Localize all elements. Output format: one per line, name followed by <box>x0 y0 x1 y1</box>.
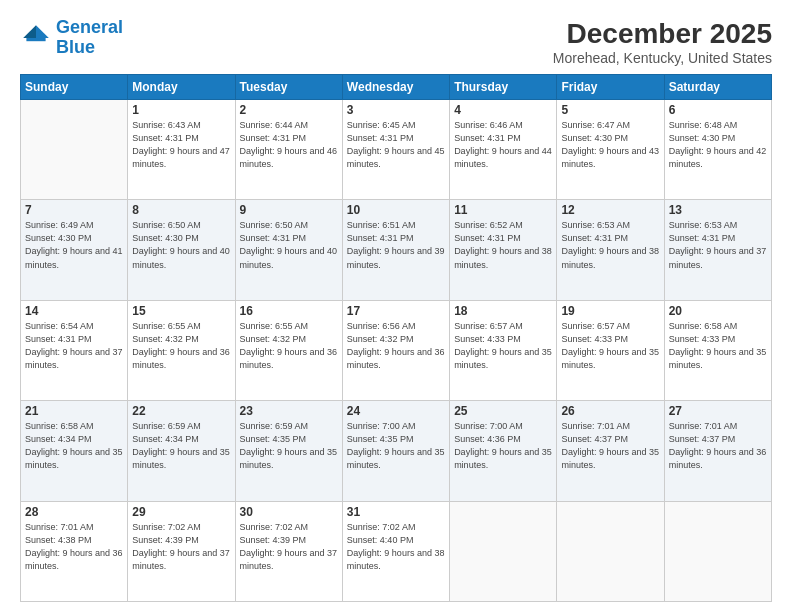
day-info: Sunrise: 6:51 AMSunset: 4:31 PMDaylight:… <box>347 219 445 271</box>
table-row: 13Sunrise: 6:53 AMSunset: 4:31 PMDayligh… <box>664 200 771 300</box>
logo: General Blue <box>20 18 123 58</box>
col-thursday: Thursday <box>450 75 557 100</box>
table-row <box>21 100 128 200</box>
day-number: 28 <box>25 505 123 519</box>
logo-icon <box>20 22 52 54</box>
day-number: 9 <box>240 203 338 217</box>
subtitle: Morehead, Kentucky, United States <box>553 50 772 66</box>
day-info: Sunrise: 7:02 AMSunset: 4:40 PMDaylight:… <box>347 521 445 573</box>
col-friday: Friday <box>557 75 664 100</box>
calendar-week-row: 14Sunrise: 6:54 AMSunset: 4:31 PMDayligh… <box>21 300 772 400</box>
calendar-table: Sunday Monday Tuesday Wednesday Thursday… <box>20 74 772 602</box>
table-row: 8Sunrise: 6:50 AMSunset: 4:30 PMDaylight… <box>128 200 235 300</box>
header: General Blue December 2025 Morehead, Ken… <box>20 18 772 66</box>
logo-general: General <box>56 17 123 37</box>
day-number: 24 <box>347 404 445 418</box>
table-row <box>450 501 557 601</box>
day-info: Sunrise: 6:50 AMSunset: 4:31 PMDaylight:… <box>240 219 338 271</box>
table-row <box>557 501 664 601</box>
day-info: Sunrise: 6:50 AMSunset: 4:30 PMDaylight:… <box>132 219 230 271</box>
table-row: 29Sunrise: 7:02 AMSunset: 4:39 PMDayligh… <box>128 501 235 601</box>
day-number: 30 <box>240 505 338 519</box>
day-info: Sunrise: 7:01 AMSunset: 4:38 PMDaylight:… <box>25 521 123 573</box>
day-number: 10 <box>347 203 445 217</box>
day-info: Sunrise: 6:58 AMSunset: 4:34 PMDaylight:… <box>25 420 123 472</box>
table-row: 28Sunrise: 7:01 AMSunset: 4:38 PMDayligh… <box>21 501 128 601</box>
table-row: 14Sunrise: 6:54 AMSunset: 4:31 PMDayligh… <box>21 300 128 400</box>
day-info: Sunrise: 6:44 AMSunset: 4:31 PMDaylight:… <box>240 119 338 171</box>
day-number: 6 <box>669 103 767 117</box>
table-row: 15Sunrise: 6:55 AMSunset: 4:32 PMDayligh… <box>128 300 235 400</box>
table-row: 27Sunrise: 7:01 AMSunset: 4:37 PMDayligh… <box>664 401 771 501</box>
table-row: 21Sunrise: 6:58 AMSunset: 4:34 PMDayligh… <box>21 401 128 501</box>
table-row: 3Sunrise: 6:45 AMSunset: 4:31 PMDaylight… <box>342 100 449 200</box>
day-info: Sunrise: 6:45 AMSunset: 4:31 PMDaylight:… <box>347 119 445 171</box>
day-info: Sunrise: 7:02 AMSunset: 4:39 PMDaylight:… <box>240 521 338 573</box>
day-info: Sunrise: 6:52 AMSunset: 4:31 PMDaylight:… <box>454 219 552 271</box>
col-monday: Monday <box>128 75 235 100</box>
table-row: 11Sunrise: 6:52 AMSunset: 4:31 PMDayligh… <box>450 200 557 300</box>
day-number: 4 <box>454 103 552 117</box>
table-row: 4Sunrise: 6:46 AMSunset: 4:31 PMDaylight… <box>450 100 557 200</box>
table-row: 26Sunrise: 7:01 AMSunset: 4:37 PMDayligh… <box>557 401 664 501</box>
day-number: 2 <box>240 103 338 117</box>
table-row: 23Sunrise: 6:59 AMSunset: 4:35 PMDayligh… <box>235 401 342 501</box>
day-info: Sunrise: 6:48 AMSunset: 4:30 PMDaylight:… <box>669 119 767 171</box>
day-info: Sunrise: 7:01 AMSunset: 4:37 PMDaylight:… <box>669 420 767 472</box>
day-number: 19 <box>561 304 659 318</box>
table-row: 9Sunrise: 6:50 AMSunset: 4:31 PMDaylight… <box>235 200 342 300</box>
table-row: 17Sunrise: 6:56 AMSunset: 4:32 PMDayligh… <box>342 300 449 400</box>
logo-text: General Blue <box>56 18 123 58</box>
day-info: Sunrise: 6:55 AMSunset: 4:32 PMDaylight:… <box>240 320 338 372</box>
table-row: 25Sunrise: 7:00 AMSunset: 4:36 PMDayligh… <box>450 401 557 501</box>
table-row: 19Sunrise: 6:57 AMSunset: 4:33 PMDayligh… <box>557 300 664 400</box>
table-row: 20Sunrise: 6:58 AMSunset: 4:33 PMDayligh… <box>664 300 771 400</box>
table-row: 10Sunrise: 6:51 AMSunset: 4:31 PMDayligh… <box>342 200 449 300</box>
table-row: 22Sunrise: 6:59 AMSunset: 4:34 PMDayligh… <box>128 401 235 501</box>
svg-marker-1 <box>23 25 36 38</box>
day-info: Sunrise: 6:56 AMSunset: 4:32 PMDaylight:… <box>347 320 445 372</box>
title-block: December 2025 Morehead, Kentucky, United… <box>553 18 772 66</box>
day-number: 29 <box>132 505 230 519</box>
day-number: 27 <box>669 404 767 418</box>
main-title: December 2025 <box>553 18 772 50</box>
svg-marker-0 <box>36 25 49 38</box>
day-info: Sunrise: 6:57 AMSunset: 4:33 PMDaylight:… <box>561 320 659 372</box>
col-tuesday: Tuesday <box>235 75 342 100</box>
day-number: 1 <box>132 103 230 117</box>
day-number: 17 <box>347 304 445 318</box>
col-wednesday: Wednesday <box>342 75 449 100</box>
table-row: 24Sunrise: 7:00 AMSunset: 4:35 PMDayligh… <box>342 401 449 501</box>
calendar-week-row: 1Sunrise: 6:43 AMSunset: 4:31 PMDaylight… <box>21 100 772 200</box>
day-number: 26 <box>561 404 659 418</box>
table-row: 16Sunrise: 6:55 AMSunset: 4:32 PMDayligh… <box>235 300 342 400</box>
calendar-week-row: 21Sunrise: 6:58 AMSunset: 4:34 PMDayligh… <box>21 401 772 501</box>
day-info: Sunrise: 6:53 AMSunset: 4:31 PMDaylight:… <box>561 219 659 271</box>
day-info: Sunrise: 6:55 AMSunset: 4:32 PMDaylight:… <box>132 320 230 372</box>
day-info: Sunrise: 6:58 AMSunset: 4:33 PMDaylight:… <box>669 320 767 372</box>
day-number: 14 <box>25 304 123 318</box>
day-info: Sunrise: 6:49 AMSunset: 4:30 PMDaylight:… <box>25 219 123 271</box>
day-number: 18 <box>454 304 552 318</box>
table-row: 5Sunrise: 6:47 AMSunset: 4:30 PMDaylight… <box>557 100 664 200</box>
day-info: Sunrise: 7:00 AMSunset: 4:36 PMDaylight:… <box>454 420 552 472</box>
day-info: Sunrise: 6:47 AMSunset: 4:30 PMDaylight:… <box>561 119 659 171</box>
table-row: 31Sunrise: 7:02 AMSunset: 4:40 PMDayligh… <box>342 501 449 601</box>
day-number: 7 <box>25 203 123 217</box>
day-number: 15 <box>132 304 230 318</box>
day-number: 12 <box>561 203 659 217</box>
day-number: 3 <box>347 103 445 117</box>
day-number: 23 <box>240 404 338 418</box>
day-number: 5 <box>561 103 659 117</box>
table-row: 18Sunrise: 6:57 AMSunset: 4:33 PMDayligh… <box>450 300 557 400</box>
table-row: 1Sunrise: 6:43 AMSunset: 4:31 PMDaylight… <box>128 100 235 200</box>
day-info: Sunrise: 7:01 AMSunset: 4:37 PMDaylight:… <box>561 420 659 472</box>
day-info: Sunrise: 7:02 AMSunset: 4:39 PMDaylight:… <box>132 521 230 573</box>
col-saturday: Saturday <box>664 75 771 100</box>
day-info: Sunrise: 6:57 AMSunset: 4:33 PMDaylight:… <box>454 320 552 372</box>
page: General Blue December 2025 Morehead, Ken… <box>0 0 792 612</box>
day-number: 20 <box>669 304 767 318</box>
day-number: 21 <box>25 404 123 418</box>
table-row <box>664 501 771 601</box>
svg-rect-2 <box>26 38 45 41</box>
